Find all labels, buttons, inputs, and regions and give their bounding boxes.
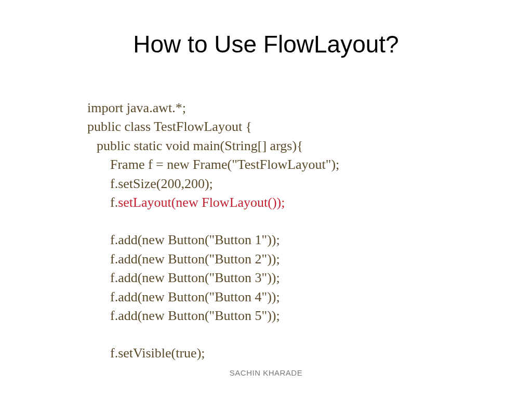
code-line: Frame f = new Frame("TestFlowLayout"); — [87, 155, 339, 174]
code-line: f.add(new Button("Button 4")); — [87, 288, 339, 307]
code-prefix: f. — [110, 195, 118, 210]
code-block: import java.awt.*; public class TestFlow… — [87, 99, 339, 363]
code-line: f.add(new Button("Button 1")); — [87, 231, 339, 249]
code-line: f.add(new Button("Button 5")); — [87, 307, 339, 325]
blank-line — [87, 212, 339, 231]
code-line: f.setSize(200,200); — [87, 175, 339, 193]
code-highlight: setLayout(new FlowLayout()); — [118, 195, 285, 210]
code-line: public class TestFlowLayout { — [87, 117, 339, 136]
blank-line — [87, 325, 339, 344]
code-line: import java.awt.*; — [87, 99, 339, 117]
code-line-highlight: f.setLayout(new FlowLayout()); — [87, 193, 339, 212]
code-line: f.setVisible(true); — [87, 344, 339, 363]
code-line: public static void main(String[] args){ — [87, 137, 339, 155]
author-name: SACHIN KHARADE — [230, 368, 302, 377]
slide-title: How to Use FlowLayout? — [0, 0, 532, 58]
code-line: f.add(new Button("Button 2")); — [87, 250, 339, 269]
code-line: f.add(new Button("Button 3")); — [87, 269, 339, 287]
